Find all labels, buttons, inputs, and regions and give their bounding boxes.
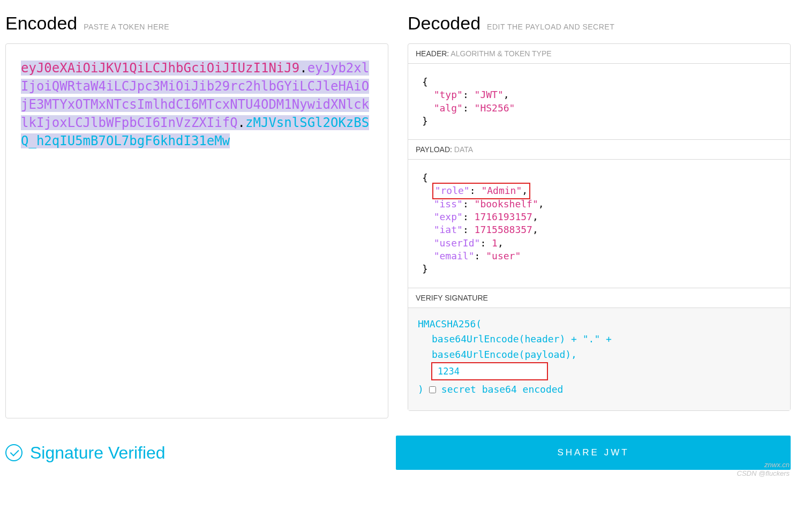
header-json-editor[interactable]: { "typ": "JWT", "alg": "HS256" }: [408, 64, 790, 140]
watermark: znwx.cn CSDN @fluckers: [737, 461, 790, 470]
verify-section-bar: VERIFY SIGNATURE: [408, 288, 790, 308]
verify-signature-block: HMACSHA256( base64UrlEncode(header) + ".…: [408, 308, 790, 410]
payload-json-editor[interactable]: { "role": "Admin", "iss": "bookshelf", "…: [408, 160, 790, 288]
decoded-title: Decoded EDIT THE PAYLOAD AND SECRET: [408, 13, 791, 34]
share-jwt-button[interactable]: SHARE JWT: [396, 436, 791, 470]
header-section-sub: ALGORITHM & TOKEN TYPE: [450, 49, 551, 58]
header-section-label: HEADER:: [416, 49, 449, 58]
payload-section-label: PAYLOAD:: [416, 145, 452, 154]
decoded-hint: EDIT THE PAYLOAD AND SECRET: [487, 23, 614, 31]
sig-close: ): [418, 382, 424, 398]
sig-line1: base64UrlEncode(header) + "." +: [418, 332, 780, 347]
role-highlight: "role": "Admin",: [434, 184, 529, 197]
sig-line2: base64UrlEncode(payload),: [418, 347, 780, 363]
secret-base64-checkbox[interactable]: [429, 386, 436, 393]
encoded-title: Encoded PASTE A TOKEN HERE: [5, 13, 388, 34]
encoded-token-input[interactable]: eyJ0eXAiOiJKV1QiLCJhbGciOiJIUzI1NiJ9.eyJ…: [5, 43, 388, 418]
encoded-title-text: Encoded: [5, 13, 77, 34]
signature-verified-status: Signature Verified: [5, 443, 377, 463]
verify-section-label: VERIFY SIGNATURE: [416, 294, 488, 302]
encoded-hint: PASTE A TOKEN HERE: [84, 23, 169, 31]
sig-fn: HMACSHA256(: [418, 317, 780, 332]
payload-section-bar: PAYLOAD: DATA: [408, 140, 790, 160]
verified-text: Signature Verified: [30, 443, 166, 463]
token-header-segment: eyJ0eXAiOiJKV1QiLCJhbGciOiJIUzI1NiJ9: [21, 61, 299, 76]
header-section-bar: HEADER: ALGORITHM & TOKEN TYPE: [408, 44, 790, 64]
decoded-title-text: Decoded: [408, 13, 480, 34]
check-circle-icon: [5, 444, 22, 461]
secret-base64-label: secret base64 encoded: [441, 382, 564, 398]
secret-input[interactable]: [432, 363, 547, 380]
decoded-panel: HEADER: ALGORITHM & TOKEN TYPE { "typ": …: [408, 43, 791, 411]
payload-section-sub: DATA: [454, 145, 473, 154]
